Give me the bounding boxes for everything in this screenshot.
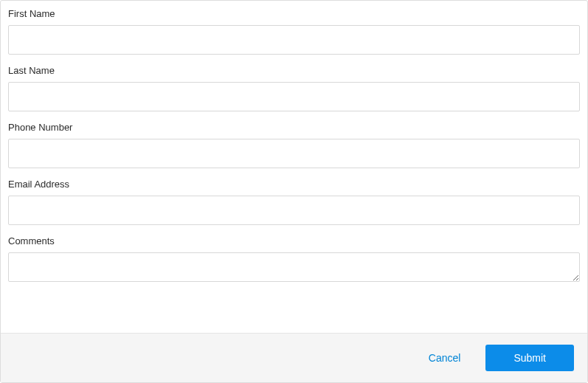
email-address-label: Email Address [8, 179, 580, 190]
form-container: First Name Last Name Phone Number Email … [0, 0, 588, 383]
last-name-label: Last Name [8, 65, 580, 76]
last-name-input[interactable] [8, 82, 580, 111]
form-group-first-name: First Name [8, 8, 580, 55]
form-body: First Name Last Name Phone Number Email … [1, 1, 587, 333]
submit-button[interactable]: Submit [485, 345, 574, 371]
comments-textarea[interactable] [8, 252, 580, 282]
form-group-phone-number: Phone Number [8, 122, 580, 168]
form-group-last-name: Last Name [8, 65, 580, 111]
comments-label: Comments [8, 235, 580, 246]
form-footer: Cancel Submit [1, 333, 587, 382]
first-name-input[interactable] [8, 25, 580, 55]
email-address-input[interactable] [8, 196, 580, 225]
phone-number-label: Phone Number [8, 122, 580, 133]
first-name-label: First Name [8, 8, 580, 19]
form-group-email-address: Email Address [8, 179, 580, 225]
cancel-button[interactable]: Cancel [426, 346, 464, 370]
form-group-comments: Comments [8, 235, 580, 284]
phone-number-input[interactable] [8, 139, 580, 168]
